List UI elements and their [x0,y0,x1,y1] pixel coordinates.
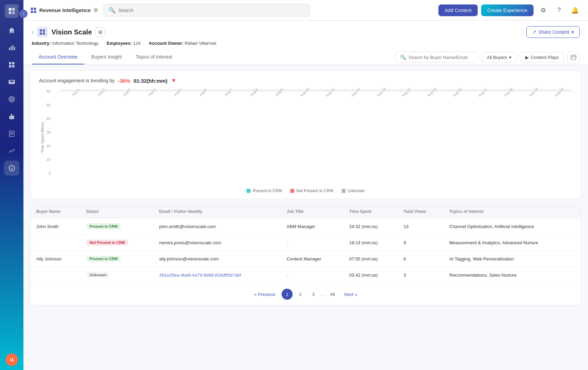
legend-not-crm-dot [290,189,294,193]
page-1-button[interactable]: 1 [282,289,293,300]
legend-not-crm: Not Present in CRM [290,188,333,193]
table-row: Ally Johnson Present in CRM ally.johnson… [31,251,581,267]
col-status: Status [81,205,154,218]
search-buyer-container[interactable]: 🔍 [396,52,478,63]
notifications-icon[interactable]: 🔔 [569,4,581,17]
sidebar-item-grid[interactable] [4,57,19,72]
page-ellipsis: ... [321,291,325,297]
svg-rect-27 [43,29,45,32]
content-plays-button[interactable]: ▶ Content Plays [520,52,564,63]
legend-crm-dot [246,189,251,193]
cell-email: ally.johnson@visionscale.com [154,251,281,267]
topnav-actions: Add Content Create Experience ⚙ ? 🔔 [438,4,581,17]
tab-account-overview[interactable]: Account Overview [32,50,84,64]
cell-email: john.smith@visionscale.com [154,218,281,235]
next-double-arrow: » [355,292,357,297]
col-total-views: Total Views [398,205,444,218]
page-title-row: ‹ Vision Scale ⊞ [32,27,105,38]
col-job-title: Job Title [281,205,344,218]
page-title: Vision Scale [51,28,92,36]
tab-topics-of-interest[interactable]: Topics of Interest [129,50,179,64]
chart-x-labels: Aug 1Aug 2Aug 3Aug 4Aug 5Aug 6Aug 7Aug 8… [60,90,572,103]
sidebar: U [0,0,23,370]
cell-time-spent: 03:42 (mm:ss) [344,267,398,283]
legend-crm: Present in CRM [246,188,282,193]
page-2-button[interactable]: 2 [295,289,306,300]
sidebar-item-thumbsup[interactable] [4,109,19,124]
next-button[interactable]: Next » [340,290,362,299]
search-bar[interactable]: 🔍 [103,4,310,17]
svg-rect-3 [12,11,15,14]
x-label: Aug 5 [168,82,193,108]
svg-point-14 [11,99,12,100]
prev-button[interactable]: « Previous [250,290,280,299]
cell-buyer-name: John Smith [31,218,81,235]
cell-buyer-name: - [31,235,81,251]
sidebar-item-target[interactable] [4,92,19,107]
cell-time-spent: 18:14 (mm:ss) [344,235,398,251]
svg-rect-29 [43,32,45,35]
x-label: Aug 18 [498,82,524,108]
table-section: Buyer Name Status Email / Visitor Identi… [30,205,581,306]
cell-total-views: 3 [398,267,444,283]
legend-unknown-label: Unknown [348,188,365,193]
tabs-filters: Account Overview Buyers Insight Topics o… [32,50,580,64]
topnav: › Revenue Intelligence ⚙ 🔍 Add Content C… [23,0,588,21]
user-avatar[interactable]: U [6,353,18,366]
svg-rect-2 [9,11,11,14]
sidebar-item-reports[interactable] [4,126,19,141]
help-icon[interactable]: ? [553,4,565,17]
table-body: John Smith Present in CRM john.smith@vis… [31,218,581,283]
cell-email: 391e26ea-4be8-4a79-9d88-834df5fd7abf [154,267,281,283]
x-label: Aug 20 [549,82,575,108]
svg-rect-24 [31,11,33,13]
chart-section: Account engagement is trending by -36% 0… [30,70,581,199]
back-button[interactable]: ‹ [32,29,33,35]
chart-container: Time Spent (Mins) 6050403020100 [39,89,572,186]
add-content-button[interactable]: Add Content [438,4,478,16]
create-experience-button[interactable]: Create Experience [481,4,534,16]
col-email: Email / Visitor Identity [154,205,281,218]
main-container: › Revenue Intelligence ⚙ 🔍 Add Content C… [23,0,588,370]
sidebar-item-analytics[interactable] [4,40,19,55]
filters: 🔍 All Buyers ▾ ▶ Content Plays [396,51,580,63]
cell-total-views: 9 [398,235,444,251]
buyer-search-input[interactable] [409,55,474,60]
page-title-icon [37,27,48,38]
trend-time: 01:32(hh:mm) [134,78,168,84]
x-label: Aug 14 [397,82,423,108]
settings-topnav-icon[interactable]: ⚙ [537,4,549,17]
search-icon: 🔍 [109,7,115,13]
svg-rect-25 [34,11,36,13]
sidebar-toggle[interactable]: › [23,10,28,18]
svg-rect-8 [9,62,11,64]
svg-rect-1 [12,8,15,11]
x-label: Aug 10 [295,82,321,108]
cell-job-title: Content Manager [281,251,344,267]
svg-rect-9 [12,62,14,64]
share-icon: ↗ [532,29,536,35]
cell-topics: Measurement & Analytics, Advanced Nurtur… [444,235,581,251]
trend-icon: ▼ [171,78,176,84]
settings-icon[interactable]: ⚙ [93,7,98,13]
x-label: Aug 6 [193,82,219,108]
share-content-button[interactable]: ↗ Share Content ▾ [526,26,580,38]
page-49-button[interactable]: 49 [327,289,338,300]
sidebar-item-email[interactable] [4,74,19,90]
cell-status: Unknown [81,267,154,283]
search-input[interactable] [118,8,305,13]
svg-rect-30 [571,55,576,60]
x-label: Aug 1 [66,82,92,108]
tab-buyers-insight[interactable]: Buyers Insight [84,50,129,64]
x-label: Aug 8 [244,82,270,108]
svg-rect-5 [11,46,12,50]
sidebar-logo[interactable] [5,4,19,18]
calendar-button[interactable] [567,51,580,63]
all-buyers-dropdown[interactable]: All Buyers ▾ [482,52,517,63]
page-3-button[interactable]: 3 [308,289,319,300]
legend-crm-label: Present in CRM [253,188,282,193]
sidebar-item-home[interactable] [4,23,19,38]
sidebar-item-trends[interactable] [4,143,19,158]
page-extra-icon[interactable]: ⊞ [95,27,105,37]
sidebar-item-info[interactable] [4,161,19,176]
